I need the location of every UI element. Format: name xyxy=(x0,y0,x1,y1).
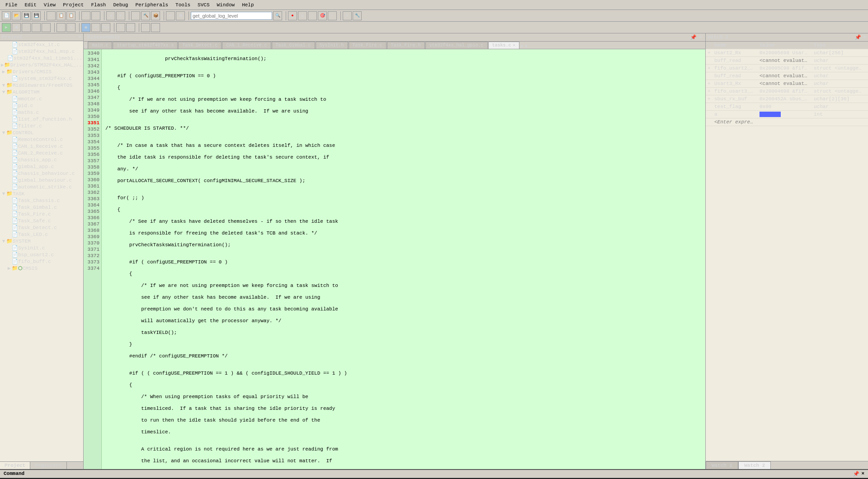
tree-item-task-detect[interactable]: 📄 Task_Detect.c xyxy=(0,224,83,231)
watch-expand-icon[interactable]: + xyxy=(706,88,712,95)
reset-btn[interactable]: ↺ xyxy=(57,23,66,32)
tree-item-stm32f4xx-it[interactable]: 📄 stm32f4xx_it.c xyxy=(0,41,83,48)
watch-expand-icon[interactable]: + xyxy=(706,80,712,87)
run-btn[interactable]: ▶ xyxy=(2,23,11,32)
menu-debug[interactable]: Debug xyxy=(109,1,132,9)
expand-icon[interactable]: ▼ xyxy=(1,130,6,136)
debug-start-btn[interactable]: ▶ xyxy=(166,11,175,20)
rebuild-btn[interactable]: 🔨 xyxy=(141,11,150,20)
expand-icon[interactable]: ▼ xyxy=(1,239,6,244)
target2-btn[interactable]: ⚡ xyxy=(328,11,337,20)
code-content[interactable]: prvCheckTasksWaitingTermination(); #if (… xyxy=(102,49,705,469)
watch-enter-expression[interactable]: <Enter expression> xyxy=(712,118,758,126)
flash-erase-btn[interactable]: ◇ xyxy=(308,11,317,20)
expand-icon[interactable]: ▶ xyxy=(6,265,12,271)
tab-task-detect[interactable]: Task_Detect.c xyxy=(178,42,222,49)
watch-expand-icon[interactable] xyxy=(706,57,712,64)
tab-registers[interactable]: Registers xyxy=(30,462,66,469)
watch-expand-icon[interactable] xyxy=(706,103,712,110)
menu-window[interactable]: Window xyxy=(213,1,239,9)
tree-item-task-chassis[interactable]: 📄 Task_Chassis.c xyxy=(0,197,83,204)
batch-btn[interactable]: 📦 xyxy=(151,11,160,20)
code-editor[interactable]: 3340 3341 3342 3343 3344 3345 3346 3347 … xyxy=(84,49,705,469)
step-in-btn[interactable]: ↓ xyxy=(32,23,41,32)
step-over-btn[interactable]: ⤵ xyxy=(22,23,31,32)
back-btn[interactable]: ◀ xyxy=(106,11,115,20)
tab-gpio[interactable]: stm32f4xx_hal_gpio.c xyxy=(425,42,488,49)
menu-flash[interactable]: Flash xyxy=(87,1,109,9)
tab-task-fire-c[interactable]: Task_Fire.c xyxy=(349,42,387,49)
save-btn[interactable]: 💾 xyxy=(22,11,31,20)
tab-task-fire-h[interactable]: Task_Fire.h xyxy=(387,42,425,49)
watch-btn[interactable]: 👁 xyxy=(91,23,100,32)
watch-expand-icon[interactable] xyxy=(706,111,712,118)
tree-item-gimbal-behaviour[interactable]: 📄 gimbal_behaviour.c xyxy=(0,177,83,183)
tree-item-fifo-buff[interactable]: 📄 fifo_buff.c xyxy=(0,258,83,265)
tab-dropdown[interactable]: ▼ xyxy=(524,44,528,49)
fwd-btn[interactable]: ▶ xyxy=(116,11,125,20)
tree-item-hal-timebase[interactable]: 📄 stm32f4xx_hal_timebi... xyxy=(0,55,83,61)
save-all-btn[interactable]: 💾 xyxy=(32,11,41,20)
target-btn[interactable]: 🎯 xyxy=(318,11,327,20)
tree-item-drivers-cmsis[interactable]: ▶ 📁 Drivers/CMSIS xyxy=(0,68,83,75)
log-search-btn[interactable]: 🔍 xyxy=(273,11,282,20)
tree-item-task-led[interactable]: 📄 Task_LED.c xyxy=(0,231,83,238)
tree-item-filter[interactable]: 📄 filter.c xyxy=(0,122,83,129)
tree-item-drivers-hal[interactable]: ▶ 📁 Drivers/STM32F4xx_HAL_... xyxy=(0,61,83,68)
menu-edit[interactable]: Edit xyxy=(21,1,40,9)
expand-icon[interactable]: ▼ xyxy=(1,83,6,88)
command-pin[interactable]: 📌 xyxy=(853,471,859,477)
expand-icon[interactable]: ▶ xyxy=(1,62,4,68)
expand-icon[interactable]: ▼ xyxy=(1,191,6,197)
tree-item-automatic-strike[interactable]: 📄 automatic_strike.c xyxy=(0,183,83,190)
debug-stop-btn[interactable]: ⏹ xyxy=(176,11,185,20)
disassembly-pin[interactable]: 📌 xyxy=(690,34,697,40)
watch-close[interactable]: × xyxy=(863,34,866,40)
watch-expand-icon[interactable]: + xyxy=(706,65,712,72)
build-btn[interactable]: ⚙ xyxy=(131,11,140,20)
tree-item-task-gimbal[interactable]: 📄 Task_Gimbal.c xyxy=(0,204,83,211)
tab-close-icon[interactable]: × xyxy=(513,43,515,48)
tab-startup[interactable]: startup_stm32f407xx.s xyxy=(113,42,178,49)
redo-btn[interactable]: ↪ xyxy=(91,11,100,20)
command-close[interactable]: × xyxy=(861,471,864,477)
paste-btn[interactable]: 📋 xyxy=(66,11,75,20)
flash-download-btn[interactable]: ● xyxy=(288,11,297,20)
menu-svcs[interactable]: SVCS xyxy=(194,1,213,9)
memory-btn[interactable]: Mem xyxy=(101,23,110,32)
tree-item-maths[interactable]: 📄 maths.c xyxy=(0,109,83,116)
tree-item-task-fire[interactable]: 📄 Task_Fire.c xyxy=(0,211,83,217)
tree-item-gimbal-app[interactable]: 📄 gimbal_app.c xyxy=(0,163,83,170)
step-out-btn[interactable]: ↑ xyxy=(42,23,51,32)
stop-btn[interactable]: ⏹ xyxy=(12,23,21,32)
more-btn[interactable]: ≡ xyxy=(141,23,150,32)
menu-view[interactable]: View xyxy=(40,1,59,9)
project-panel-close[interactable]: × xyxy=(78,34,81,40)
tree-item-cmsis[interactable]: ▶ 📁 ⬡ CMSIS xyxy=(0,265,83,272)
menu-peripherals[interactable]: Peripherals xyxy=(132,1,172,9)
menu-project[interactable]: Project xyxy=(59,1,87,9)
open-btn[interactable]: 📂 xyxy=(12,11,21,20)
breakpoint-btn[interactable]: ◉ xyxy=(81,23,90,32)
undo-btn[interactable]: ↩ xyxy=(81,11,90,20)
menu-file[interactable]: File xyxy=(2,1,21,9)
menu-tools[interactable]: Tools xyxy=(172,1,194,9)
tree-item-algorithm[interactable]: ▼ 📁 ALGORITHM xyxy=(0,89,83,95)
watch-expand-icon[interactable]: + xyxy=(706,95,712,103)
tree-item-list-of-function[interactable]: 📄 list_of_function.h xyxy=(0,116,83,122)
tree-item-chassis-app[interactable]: 📄 chassis_app.c xyxy=(0,156,83,163)
tree-item-system[interactable]: ▼ 📁 SYSTEM xyxy=(0,238,83,244)
expand-icon[interactable]: ▶ xyxy=(1,69,6,75)
tree-item-bsp-usart2[interactable]: 📄 bsp_usart2.c xyxy=(0,251,83,258)
tab-project[interactable]: Project xyxy=(0,462,30,469)
tab-tasks-c[interactable]: tasks.c × xyxy=(488,42,519,49)
tab-main-c[interactable]: main.c xyxy=(88,42,112,49)
expand-icon[interactable]: ▼ xyxy=(1,89,6,95)
tab-scroll-right[interactable]: ▶ xyxy=(520,44,524,49)
halt-btn[interactable]: ⏸ xyxy=(66,23,75,32)
watch-tab-1[interactable]: Watch 1 xyxy=(706,461,738,469)
tree-item-task[interactable]: ▼ 📁 TASK xyxy=(0,190,83,197)
menu-help[interactable]: Help xyxy=(238,1,257,9)
tree-item-sysinit[interactable]: 📄 Sysinit.c xyxy=(0,244,83,251)
tab-can1-receive[interactable]: CAN_1_Receive.c xyxy=(222,42,271,49)
